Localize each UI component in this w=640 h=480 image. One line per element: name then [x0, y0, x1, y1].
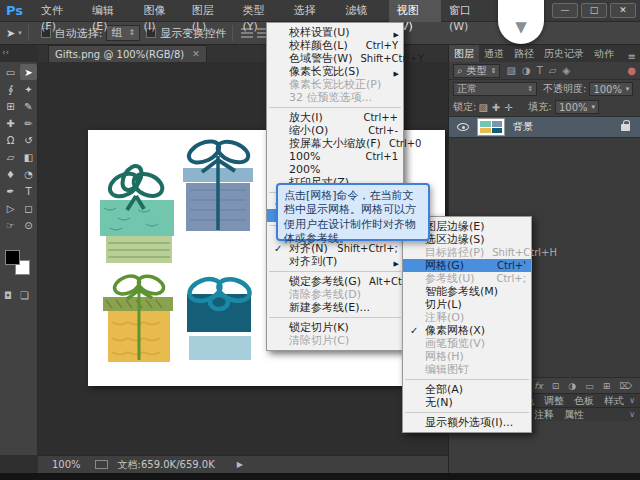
- menu-item-show-extras-options[interactable]: 显示额外选项(I)...: [403, 416, 531, 429]
- quick-mask-icon[interactable]: ◘: [4, 290, 12, 301]
- menu-file[interactable]: 文件(F): [33, 0, 84, 22]
- menu-item-new-guide[interactable]: 新建参考线(E)...: [267, 301, 403, 314]
- tab-notes[interactable]: 注释: [529, 407, 559, 423]
- clone-stamp-tool[interactable]: Ω: [2, 132, 19, 148]
- adjustment-layer-icon[interactable]: ◑: [568, 381, 576, 391]
- opacity-dropdown[interactable]: 100% ▾: [589, 82, 633, 96]
- menu-item-200-percent[interactable]: 200%: [267, 163, 403, 176]
- menu-layer[interactable]: 图层(L): [184, 0, 235, 22]
- menu-view[interactable]: 视图(V): [389, 0, 441, 22]
- menu-item-lock-slices[interactable]: 锁定切片(K): [267, 321, 403, 334]
- dock-expand-icon[interactable]: ∨: [629, 396, 640, 405]
- filter-pixel-layers-icon[interactable]: ▨: [506, 65, 515, 76]
- blur-tool[interactable]: ♦: [2, 166, 19, 182]
- panel-menu-icon[interactable]: ≡: [628, 51, 640, 62]
- menu-image[interactable]: 图像(I): [136, 0, 184, 22]
- menu-item-proof-setup[interactable]: 校样设置(U)▶: [267, 26, 403, 39]
- tab-styles[interactable]: 样式: [599, 393, 629, 409]
- tool-preset-caret-icon[interactable]: ▾: [18, 29, 22, 37]
- menu-item-snap-to[interactable]: 对齐到(T)▶: [267, 255, 403, 268]
- tab-actions[interactable]: 动作: [589, 45, 619, 62]
- lock-pixels-icon[interactable]: ✚: [492, 102, 500, 113]
- pen-tool[interactable]: ✒: [2, 183, 19, 199]
- menu-item-slices[interactable]: 切片(L): [403, 298, 531, 311]
- add-layer-mask-icon[interactable]: ⊡: [552, 381, 560, 391]
- menu-item-100-percent[interactable]: 100%Ctrl+1: [267, 150, 403, 163]
- menu-item-proof-colors[interactable]: 校样颜色(L)Ctrl+Y: [267, 39, 403, 52]
- dock-expand-icon[interactable]: ∨: [629, 410, 640, 419]
- filter-shape-layers-icon[interactable]: ▱: [549, 65, 557, 76]
- menu-select[interactable]: 选择(S): [286, 0, 338, 22]
- filter-adjustment-layers-icon[interactable]: ◑: [522, 65, 531, 76]
- menu-item-fit-on-screen[interactable]: 按屏幕大小缩放(F)Ctrl+0: [267, 137, 403, 150]
- lasso-tool[interactable]: ∮: [2, 81, 19, 97]
- layer-thumbnail[interactable]: [477, 118, 505, 136]
- zoom-level[interactable]: 100%: [52, 459, 81, 470]
- tab-history[interactable]: 历史记录: [539, 45, 589, 62]
- shape-tool[interactable]: ◻: [20, 200, 37, 216]
- show-submenu-dropdown: 图层边缘(E) 选区边缘(S) 目标路径(P)Shift+Ctrl+H 网格(G…: [402, 216, 532, 433]
- tab-paths[interactable]: 路径: [509, 45, 539, 62]
- maximize-button[interactable]: □: [581, 3, 607, 18]
- filter-toggle-icon[interactable]: ●: [627, 65, 636, 76]
- eraser-tool[interactable]: ▱: [2, 149, 19, 165]
- magic-wand-tool[interactable]: ✦: [20, 81, 37, 97]
- menu-item-zoom-out[interactable]: 缩小(O)Ctrl+-: [267, 124, 403, 137]
- tab-properties[interactable]: 属性: [559, 407, 589, 423]
- fill-dropdown[interactable]: 100% ▾: [555, 100, 599, 114]
- menu-item-pixel-aspect-ratio[interactable]: 像素长宽比(S)▶: [267, 65, 403, 78]
- healing-brush-tool[interactable]: ✚: [2, 115, 19, 131]
- menu-separator: [405, 412, 529, 413]
- menu-window[interactable]: 窗口(W): [441, 0, 496, 22]
- move-tool[interactable]: ➤: [20, 64, 37, 80]
- dodge-tool[interactable]: ◔: [20, 166, 37, 182]
- move-tool-icon[interactable]: ➤: [6, 27, 15, 40]
- tab-channels[interactable]: 通道: [479, 45, 509, 62]
- menu-item-lock-guides[interactable]: 锁定参考线(G)Alt+Ctrl+;: [267, 275, 403, 288]
- menu-item-none[interactable]: 无(N): [403, 396, 531, 409]
- lock-transparent-icon[interactable]: ▨: [478, 102, 487, 113]
- zoom-tool[interactable]: ⊙: [20, 217, 37, 233]
- hand-tool[interactable]: ☞: [2, 217, 19, 233]
- rectangular-marquee-tool[interactable]: ▭: [2, 64, 19, 80]
- brush-tool[interactable]: ✏: [20, 115, 37, 131]
- minimize-button[interactable]: —: [552, 3, 578, 18]
- menu-item-pixel-grid[interactable]: ✓像素网格(X): [403, 324, 531, 337]
- layer-style-fx-icon[interactable]: fx: [534, 381, 543, 391]
- toolbar-collapse-icon[interactable]: ‹‹: [2, 47, 9, 57]
- type-tool[interactable]: T: [20, 183, 37, 199]
- menu-type[interactable]: 类型(Y): [234, 0, 285, 22]
- foreground-color-swatch[interactable]: [5, 250, 20, 265]
- tab-close-icon[interactable]: ✕: [192, 47, 200, 62]
- history-brush-tool[interactable]: ↺: [20, 132, 37, 148]
- gradient-tool[interactable]: ◧: [20, 149, 37, 165]
- crop-tool[interactable]: ⊞: [2, 98, 19, 114]
- menu-item-gamut-warning[interactable]: 色域警告(W)Shift+Ctrl+Y: [267, 52, 403, 65]
- document-tab[interactable]: Gifts.png @ 100%(RGB/8) ✕: [48, 45, 207, 62]
- layer-visibility-eye-icon[interactable]: [457, 123, 469, 131]
- menu-item-smart-guides[interactable]: 智能参考线(M): [403, 285, 531, 298]
- status-options-arrow-icon[interactable]: ▶: [237, 460, 243, 469]
- menu-item-zoom-in[interactable]: 放大(I)Ctrl++: [267, 111, 403, 124]
- new-group-icon[interactable]: ▭: [585, 381, 594, 391]
- delete-layer-icon[interactable]: ⌦: [619, 381, 632, 391]
- menu-item-grid[interactable]: 网格(G)Ctrl+': [403, 259, 531, 272]
- filter-type-layers-icon[interactable]: T: [537, 65, 543, 76]
- auto-select-dropdown[interactable]: 组 ⇕: [106, 25, 140, 41]
- blend-mode-dropdown[interactable]: 正常 ⇕: [453, 82, 537, 96]
- menu-filter[interactable]: 滤镜(T): [337, 0, 388, 22]
- close-button[interactable]: ✕: [610, 3, 636, 18]
- filter-smart-objects-icon[interactable]: ◈: [562, 65, 570, 76]
- filter-type-dropdown[interactable]: ⌕ 类型 ⇕: [453, 64, 500, 78]
- menu-item-all[interactable]: 全部(A): [403, 383, 531, 396]
- background-layer-row[interactable]: 背景: [449, 116, 640, 138]
- lock-position-icon[interactable]: ✛: [504, 102, 512, 113]
- menu-edit[interactable]: 编辑(E): [84, 0, 136, 22]
- path-selection-tool[interactable]: ▷: [2, 200, 19, 216]
- screen-mode-icon[interactable]: ❏: [20, 290, 29, 301]
- menu-item-notes: 注释(O): [403, 311, 531, 324]
- new-layer-icon[interactable]: ⊞: [603, 381, 611, 391]
- eyedropper-tool[interactable]: ✎: [20, 98, 37, 114]
- tab-layers[interactable]: 图层: [449, 45, 479, 62]
- pulldown-badge: ▼: [498, 0, 544, 44]
